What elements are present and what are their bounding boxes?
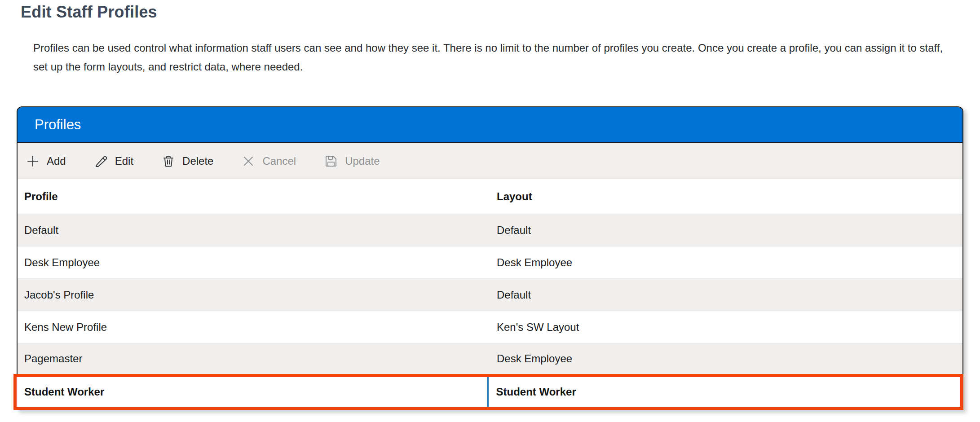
table-row[interactable]: Default Default xyxy=(18,214,962,246)
layout-cell: Desk Employee xyxy=(490,246,962,278)
profile-cell: Default xyxy=(18,214,490,246)
table-row[interactable]: Pagemaster Desk Employee xyxy=(18,343,962,374)
update-button[interactable]: Update xyxy=(324,154,380,168)
column-header-profile: Profile xyxy=(18,179,490,214)
pencil-icon xyxy=(94,154,108,168)
update-button-label: Update xyxy=(345,155,380,167)
table-row[interactable]: Desk Employee Desk Employee xyxy=(18,246,962,278)
layout-cell: Student Worker xyxy=(489,377,961,407)
profile-cell: Pagemaster xyxy=(18,343,490,374)
delete-button[interactable]: Delete xyxy=(161,154,213,168)
layout-cell: Desk Employee xyxy=(490,343,962,374)
profile-cell: Jacob's Profile xyxy=(18,279,490,311)
cancel-button[interactable]: Cancel xyxy=(241,154,296,168)
layout-cell: Ken's SW Layout xyxy=(490,311,962,343)
table-row[interactable]: Jacob's Profile Default xyxy=(18,278,962,311)
trash-icon xyxy=(161,154,176,168)
add-button-label: Add xyxy=(47,155,66,167)
profiles-table: Profile Layout Default Default Desk Empl… xyxy=(18,179,962,410)
profiles-panel-header: Profiles xyxy=(18,107,962,143)
profile-cell: Kens New Profile xyxy=(18,311,490,343)
profile-cell: Desk Employee xyxy=(18,246,490,278)
edit-staff-profiles-page: Edit Staff Profiles Profiles can be used… xyxy=(0,0,980,422)
add-button[interactable]: Add xyxy=(26,154,66,168)
profiles-panel: Profiles Add Edit xyxy=(17,106,963,410)
table-row[interactable]: Kens New Profile Ken's SW Layout xyxy=(18,311,962,343)
edit-button[interactable]: Edit xyxy=(94,154,133,168)
profile-cell: Student Worker xyxy=(17,377,489,407)
column-header-layout: Layout xyxy=(490,179,962,214)
profiles-toolbar: Add Edit xyxy=(18,143,962,179)
panel-title: Profiles xyxy=(35,117,81,133)
plus-icon xyxy=(26,154,40,168)
page-description: Profiles can be used control what inform… xyxy=(33,39,949,76)
delete-button-label: Delete xyxy=(182,155,213,167)
floppy-icon xyxy=(324,154,338,168)
table-header-row: Profile Layout xyxy=(18,179,962,214)
page-title: Edit Staff Profiles xyxy=(21,3,157,22)
layout-cell: Default xyxy=(490,214,962,246)
layout-cell: Default xyxy=(490,279,962,311)
x-icon xyxy=(241,154,256,168)
table-row-selected[interactable]: Student Worker Student Worker xyxy=(13,374,963,410)
edit-button-label: Edit xyxy=(115,155,133,167)
cancel-button-label: Cancel xyxy=(262,155,296,167)
